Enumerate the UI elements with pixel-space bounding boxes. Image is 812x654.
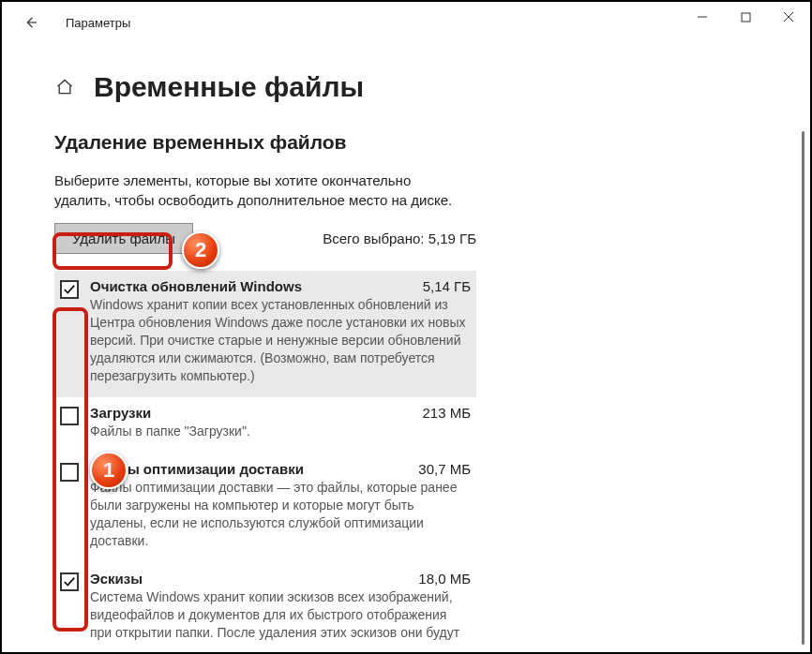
item-title: Загрузки: [90, 405, 151, 421]
item-description: Файлы оптимизации доставки — это файлы, …: [90, 479, 471, 550]
temp-file-item[interactable]: Очистка обновлений Windows 5,14 ГБ Windo…: [54, 271, 476, 397]
page-header: Временные файлы: [2, 43, 810, 122]
window-title: Параметры: [66, 16, 130, 30]
item-size: 18,0 МБ: [418, 571, 471, 587]
checkbox-thumbnails[interactable]: [60, 572, 79, 591]
intro-text: Выберите элементы, которые вы хотите око…: [54, 171, 458, 210]
page-title: Временные файлы: [94, 71, 364, 103]
item-size: 213 МБ: [422, 405, 471, 421]
item-body: Загрузки 213 МБ Файлы в папке "Загрузки"…: [90, 405, 471, 440]
delete-files-button[interactable]: Удалить файлы: [54, 223, 193, 254]
total-selected-label: Всего выбрано: 5,19 ГБ: [323, 230, 476, 246]
maximize-button[interactable]: [724, 2, 767, 32]
item-description: Windows хранит копии всех установленных …: [90, 296, 471, 384]
delete-row: Удалить файлы Всего выбрано: 5,19 ГБ: [54, 223, 476, 254]
item-title: Очистка обновлений Windows: [90, 278, 302, 294]
title-bar: Параметры: [2, 2, 810, 43]
item-size: 5,14 ГБ: [423, 278, 471, 294]
window-controls: [681, 2, 810, 32]
item-body: Файлы оптимизации доставки 30,7 МБ Файлы…: [90, 461, 471, 550]
item-description: Система Windows хранит копии эскизов все…: [90, 588, 471, 642]
section-heading: Удаление временных файлов: [54, 131, 810, 154]
minimize-button[interactable]: [681, 2, 724, 32]
svg-rect-1: [742, 13, 750, 22]
temp-file-item[interactable]: Файлы оптимизации доставки 30,7 МБ Файлы…: [54, 453, 476, 563]
item-size: 30,7 МБ: [418, 461, 471, 477]
checkbox-downloads[interactable]: [60, 407, 79, 425]
item-description: Файлы в папке "Загрузки".: [90, 423, 471, 440]
item-title: Эскизы: [90, 571, 143, 587]
content-area: Удаление временных файлов Выберите элеме…: [2, 122, 810, 654]
window-frame: Параметры Временные файлы Удаление време…: [0, 0, 812, 654]
item-title: Файлы оптимизации доставки: [90, 461, 304, 477]
scrollbar[interactable]: [802, 131, 804, 645]
item-body: Очистка обновлений Windows 5,14 ГБ Windo…: [90, 278, 471, 384]
back-button[interactable]: [21, 12, 41, 33]
item-body: Эскизы 18,0 МБ Система Windows хранит ко…: [90, 571, 471, 642]
temp-file-item[interactable]: Эскизы 18,0 МБ Система Windows хранит ко…: [54, 563, 476, 654]
checkbox-delivery-optimization[interactable]: [60, 463, 79, 482]
checkbox-windows-update-cleanup[interactable]: [60, 280, 79, 299]
temp-file-item[interactable]: Загрузки 213 МБ Файлы в папке "Загрузки"…: [54, 397, 476, 453]
home-icon[interactable]: [54, 77, 75, 97]
close-button[interactable]: [767, 2, 810, 32]
